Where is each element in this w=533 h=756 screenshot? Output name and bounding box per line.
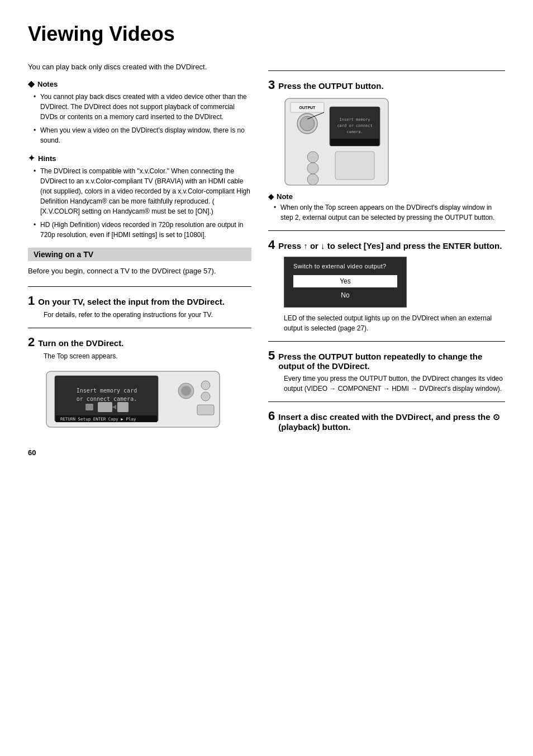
step-2-device-illustration: Insert memory card or connect camera. RE… — [44, 366, 222, 432]
divider — [28, 286, 251, 287]
svg-point-12 — [181, 386, 191, 396]
svg-point-28 — [307, 163, 318, 174]
page-number: 60 — [28, 448, 251, 457]
step-3-note-list: When only the Top screen appears on the … — [268, 202, 505, 223]
step-3-note-heading: ◆ Note — [268, 192, 505, 201]
step-1-number: 1 — [28, 295, 35, 307]
svg-text:card or connect: card or connect — [337, 124, 372, 128]
step-6-title: Insert a disc created with the DVDirect,… — [278, 412, 505, 432]
step-4: 4 Press ↑ or ↓ to select [Yes] and press… — [268, 239, 505, 333]
step-5: 5 Press the OUTPUT button repeatedly to … — [268, 349, 505, 394]
step-4-title: Press ↑ or ↓ to select [Yes] and press t… — [278, 241, 502, 251]
step-4-body: LED of the selected output lights up on … — [268, 313, 505, 333]
step-2-title: Turn on the DVDirect. — [38, 338, 123, 348]
step-1-body: For details, refer to the operating inst… — [28, 310, 251, 320]
notes-heading: ◆ Notes — [28, 79, 251, 89]
list-item: The DVDirect is compatible with "x.v.Col… — [34, 166, 251, 216]
step-5-number: 5 — [268, 349, 275, 362]
svg-rect-5 — [85, 404, 93, 410]
step-2-number: 2 — [28, 336, 35, 348]
svg-text:camera.: camera. — [346, 130, 363, 134]
step-1: 1 On your TV, select the input from the … — [28, 295, 251, 320]
svg-rect-30 — [335, 152, 374, 179]
notes-section: ◆ Notes You cannot play back discs creat… — [28, 79, 251, 145]
section-box-viewing-tv: Viewing on a TV — [28, 248, 251, 261]
svg-text:Insert memory card: Insert memory card — [77, 388, 137, 394]
dialog-question: Switch to external video output? — [284, 257, 406, 275]
note-label: Note — [277, 192, 293, 201]
svg-point-14 — [201, 392, 210, 401]
step-5-title: Press the OUTPUT button repeatedly to ch… — [278, 352, 505, 371]
hints-icon: ✦ — [28, 153, 35, 163]
step-3: 3 Press the OUTPUT button. OUTPUT Insert… — [268, 79, 505, 188]
hints-heading: ✦ Hints — [28, 153, 251, 163]
step-3-title: Press the OUTPUT button. — [278, 81, 383, 91]
step-2: 2 Turn on the DVDirect. The Top screen a… — [28, 336, 251, 432]
notes-label: Notes — [37, 80, 58, 88]
step-4-dialog: Switch to external video output? Yes No — [284, 257, 407, 308]
notes-icon: ◆ — [28, 79, 35, 89]
svg-text:Insert memory: Insert memory — [340, 117, 370, 122]
svg-rect-15 — [197, 405, 214, 415]
step-3-device-illustration: OUTPUT Insert memory card or connect cam… — [268, 96, 391, 188]
divider — [268, 70, 505, 71]
step-3-number: 3 — [268, 79, 275, 91]
svg-text:or connect camera.: or connect camera. — [77, 396, 137, 402]
svg-rect-8 — [117, 402, 129, 412]
hints-list: The DVDirect is compatible with "x.v.Col… — [28, 166, 251, 240]
list-item: When only the Top screen appears on the … — [274, 202, 505, 223]
divider — [268, 401, 505, 402]
divider — [268, 341, 505, 342]
svg-point-13 — [201, 381, 210, 390]
hints-section: ✦ Hints The DVDirect is compatible with … — [28, 153, 251, 240]
svg-point-20 — [300, 116, 315, 131]
step-4-number: 4 — [268, 239, 275, 251]
dialog-yes: Yes — [293, 275, 397, 287]
svg-rect-6 — [98, 402, 112, 412]
dialog-no: No — [293, 289, 397, 301]
step-3-note: ◆ Note When only the Top screen appears … — [268, 192, 505, 223]
divider — [28, 328, 251, 328]
step-2-body: The Top screen appears. — [28, 351, 251, 361]
svg-text:RETURN Setup  ENTER Copy  ▶ Pl: RETURN Setup ENTER Copy ▶ Play — [60, 417, 136, 422]
hints-label: Hints — [38, 154, 56, 163]
svg-point-29 — [307, 174, 318, 185]
step-6-number: 6 — [268, 410, 275, 422]
step-6: 6 Insert a disc created with the DVDirec… — [268, 410, 505, 432]
divider — [268, 230, 505, 231]
step-5-body: Every time you press the OUTPUT button, … — [268, 374, 505, 394]
list-item: HD (High Definition) videos recorded in … — [34, 220, 251, 240]
intro-text: You can play back only discs created wit… — [28, 63, 251, 71]
svg-rect-26 — [331, 139, 379, 146]
notes-list: You cannot play back discs created with … — [28, 92, 251, 145]
before-begin-text: Before you begin, connect a TV to the DV… — [28, 267, 251, 275]
list-item: When you view a video on the DVDirect's … — [34, 125, 251, 145]
step-1-title: On your TV, select the input from the DV… — [38, 297, 225, 306]
list-item: You cannot play back discs created with … — [34, 92, 251, 122]
page-title: Viewing Videos — [28, 22, 505, 46]
note-icon: ◆ — [268, 192, 274, 201]
svg-text:OUTPUT: OUTPUT — [299, 106, 316, 110]
svg-point-27 — [307, 152, 318, 163]
